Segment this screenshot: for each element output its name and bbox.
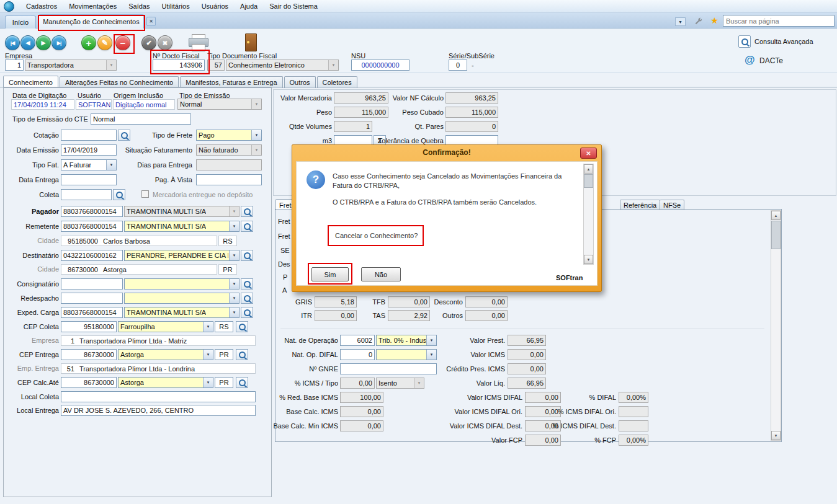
lookup-remetente-button[interactable] xyxy=(241,221,253,232)
dacte-button[interactable]: DACTe xyxy=(759,57,783,64)
remetente-combo[interactable]: TRAMONTINA MULTI S/A ▼ xyxy=(124,221,239,232)
lookup-destinatario-button[interactable] xyxy=(241,250,253,261)
empresa-code-field[interactable]: 1 xyxy=(5,60,24,71)
dialog-body: ? Caso esse Conhecimento seja Cancelado … xyxy=(296,161,598,286)
emissao-cte-field[interactable]: Normal xyxy=(91,113,191,125)
exped-carga-combo[interactable]: TRAMONTINA MULTI S/A ▼ xyxy=(124,307,239,318)
cep-entrega-cidade-combo[interactable]: Astorga ▼ xyxy=(118,349,213,360)
serie-field[interactable]: 0 xyxy=(449,60,467,71)
consulta-avancada-button[interactable]: Consulta Avançada xyxy=(754,38,813,45)
pagador-doc-field[interactable]: 88037668000154 xyxy=(61,206,123,217)
nav-last-button[interactable]: ▶| xyxy=(51,35,66,50)
nav-first-button[interactable]: |◀ xyxy=(5,35,20,50)
valor-prest-label: Valor Prest. xyxy=(429,337,505,344)
exped-carga-doc-field[interactable]: 88037668000154 xyxy=(61,307,123,318)
cancel-button[interactable]: ✖ xyxy=(158,35,172,50)
tipo-doc-combo-value: Conhecimento Eletronico xyxy=(228,61,305,69)
scroll-up-icon[interactable]: ▲ xyxy=(771,211,781,220)
sit-faturamento-combo[interactable]: Não faturado ▼ xyxy=(196,144,262,156)
gnre-field[interactable] xyxy=(340,363,437,374)
scroll-down-icon[interactable]: ▼ xyxy=(584,255,593,264)
wrench-icon[interactable] xyxy=(692,15,703,26)
empresa-combo[interactable]: Transportadora ▼ xyxy=(25,60,117,71)
redespacho-doc-field[interactable] xyxy=(61,293,123,304)
dialog-scrollbar-thumb[interactable] xyxy=(584,174,593,188)
chevron-down-icon: ▼ xyxy=(229,293,239,303)
valor-nf-field: 963,25 xyxy=(445,92,498,104)
destinatario-combo[interactable]: PERANDRE, PERANDRE E CIA LT ▼ xyxy=(124,250,239,261)
nat-operacao-combo[interactable]: Trib. 0% - Industr ▼ xyxy=(376,335,437,346)
dialog-close-icon[interactable]: ✕ xyxy=(580,148,597,159)
menu-item-cadastros[interactable]: Cadastros xyxy=(26,2,57,10)
menu-item-utilitarios[interactable]: Utilitários xyxy=(161,2,189,10)
menu-item-sair[interactable]: Sair do Sistema xyxy=(269,2,318,10)
coleta-field[interactable] xyxy=(61,189,112,200)
exit-door-icon[interactable] xyxy=(245,33,257,51)
cotacao-field[interactable] xyxy=(61,130,117,141)
valor-fcp-label: Valor FCP xyxy=(436,436,522,444)
lookup-cep-entrega-button[interactable] xyxy=(236,349,248,360)
nat-difal-combo[interactable]: ▼ xyxy=(376,349,437,360)
tipo-frete-combo[interactable]: Pago ▼ xyxy=(196,130,262,141)
menu-item-ajuda[interactable]: Ajuda xyxy=(240,2,257,10)
data-emissao-field[interactable]: 17/04/2019 xyxy=(61,144,117,156)
cep-calc-cidade-combo[interactable]: Astorga ▼ xyxy=(118,377,213,388)
data-entrega-field[interactable] xyxy=(61,174,117,185)
dialog-title: Confirmação! xyxy=(292,148,601,157)
lookup-cep-calc-button[interactable] xyxy=(236,377,248,388)
scroll-down-icon[interactable]: ▼ xyxy=(771,431,781,440)
no-button[interactable]: Não xyxy=(361,267,401,281)
nat-operacao-code-field[interactable]: 6002 xyxy=(340,335,375,346)
lookup-cep-coleta-button[interactable] xyxy=(236,321,248,332)
gris-label: GRIS xyxy=(268,298,312,306)
scroll-up-icon[interactable]: ▲ xyxy=(584,164,593,174)
nat-difal-field[interactable]: 0 xyxy=(340,349,375,360)
menu-item-movimentacoes[interactable]: Movimentações xyxy=(69,2,117,10)
pagador-combo[interactable]: TRAMONTINA MULTI S/A ▼ xyxy=(124,206,239,217)
valor-difal-label: Valor ICMS DIFAL xyxy=(436,394,522,401)
local-entrega-field[interactable]: AV DR JOSE S. AZEVEDO, 266, CENTRO xyxy=(61,405,256,416)
lookup-exped-carga-button[interactable] xyxy=(241,307,253,318)
tab-inicio[interactable]: Início xyxy=(5,15,36,29)
mercadoria-deposito-checkbox[interactable] xyxy=(141,190,149,198)
cep-calc-field[interactable]: 86730000 xyxy=(61,377,117,388)
tipo-doc-combo[interactable]: Conhecimento Eletronico ▼ xyxy=(226,60,339,71)
search-input[interactable] xyxy=(723,15,835,27)
tab-conhecimento[interactable]: Conhecimento xyxy=(3,76,58,88)
nav-prev-button[interactable]: ◀ xyxy=(20,35,35,50)
destinatario-doc-field[interactable]: 04322106000162 xyxy=(61,250,123,261)
yes-button[interactable]: Sim xyxy=(311,267,349,281)
tipo-fat-combo[interactable]: A Faturar ▼ xyxy=(61,159,117,170)
tab-manutencao-conhecimentos[interactable]: Manutenção de Conhecimentos xyxy=(38,14,144,29)
consignatario-doc-field[interactable] xyxy=(61,278,123,290)
consignatario-combo[interactable]: ▼ xyxy=(124,278,239,290)
cep-coleta-field[interactable]: 95180000 xyxy=(61,321,117,332)
icms-tipo-combo[interactable]: Isento ▼ xyxy=(376,378,424,389)
menu-item-usuarios[interactable]: Usuários xyxy=(202,2,228,10)
menu-item-saidas[interactable]: Saídas xyxy=(128,2,150,10)
delete-record-button[interactable]: − xyxy=(115,35,130,50)
coleta-label: Coleta xyxy=(4,191,59,198)
cep-entrega-field[interactable]: 86730000 xyxy=(61,349,117,360)
print-icon[interactable] xyxy=(189,34,207,50)
tab-close-icon[interactable]: ✕ xyxy=(146,17,156,26)
remetente-doc-field[interactable]: 88037668000154 xyxy=(61,221,123,232)
pag-vista-field[interactable] xyxy=(196,174,262,185)
cep-coleta-cidade-combo[interactable]: Farroupilha ▼ xyxy=(118,321,213,332)
confirm-button[interactable]: ✔ xyxy=(141,35,156,50)
docto-fiscal-field[interactable]: 143906 xyxy=(153,60,205,71)
scrollbar-thumb[interactable] xyxy=(771,221,781,249)
favorites-star-icon[interactable]: ★ xyxy=(709,15,720,25)
redespacho-combo[interactable]: ▼ xyxy=(124,293,239,304)
nav-next-button[interactable]: ▶ xyxy=(36,35,51,50)
lookup-pagador-button[interactable] xyxy=(241,206,253,217)
nsu-field[interactable]: 0000000000 xyxy=(351,60,410,71)
lookup-consignatario-button[interactable] xyxy=(241,278,253,290)
add-record-button[interactable]: + xyxy=(81,35,96,50)
edit-record-button[interactable]: ✎ xyxy=(97,35,112,50)
lookup-coleta-button[interactable] xyxy=(113,189,125,200)
chevron-down-icon[interactable]: ▾ xyxy=(675,17,686,26)
lookup-redespacho-button[interactable] xyxy=(241,293,253,304)
local-coleta-field[interactable] xyxy=(61,391,256,402)
emissao-combo[interactable]: Normal ▼ xyxy=(177,99,262,110)
